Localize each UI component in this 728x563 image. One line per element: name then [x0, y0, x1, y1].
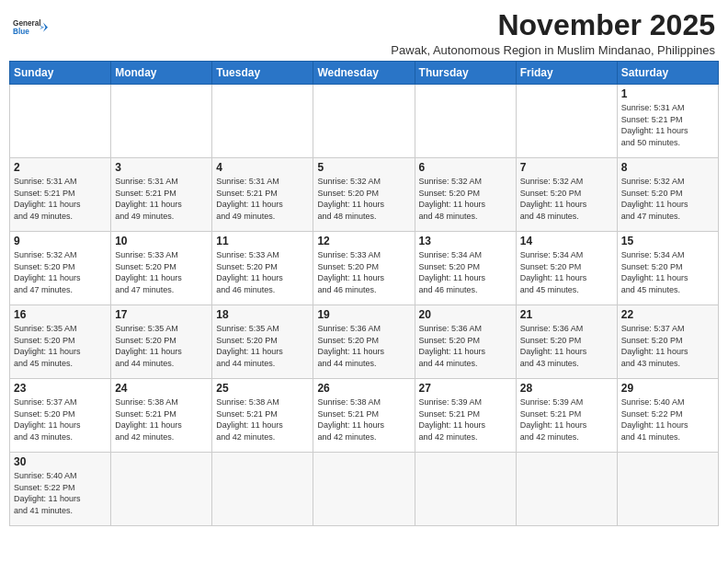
calendar-cell: 23Sunrise: 5:37 AM Sunset: 5:20 PM Dayli…: [10, 379, 111, 453]
calendar-cell: [212, 85, 313, 158]
calendar-cell: 15Sunrise: 5:34 AM Sunset: 5:20 PM Dayli…: [617, 232, 718, 305]
cell-info: Sunrise: 5:37 AM Sunset: 5:20 PM Dayligh…: [621, 323, 714, 369]
day-number: 21: [520, 308, 613, 321]
logo: General Blue: [13, 9, 48, 37]
day-header-monday: Monday: [111, 62, 212, 85]
cell-info: Sunrise: 5:33 AM Sunset: 5:20 PM Dayligh…: [317, 249, 410, 295]
calendar-cell: [313, 453, 415, 526]
day-number: 19: [317, 308, 410, 321]
day-number: 4: [216, 161, 309, 174]
cell-info: Sunrise: 5:36 AM Sunset: 5:20 PM Dayligh…: [419, 323, 512, 369]
calendar-cell: 13Sunrise: 5:34 AM Sunset: 5:20 PM Dayli…: [415, 232, 516, 305]
cell-info: Sunrise: 5:33 AM Sunset: 5:20 PM Dayligh…: [216, 249, 309, 295]
calendar-cell: 16Sunrise: 5:35 AM Sunset: 5:20 PM Dayli…: [10, 305, 111, 379]
calendar-cell: 25Sunrise: 5:38 AM Sunset: 5:21 PM Dayli…: [212, 379, 313, 453]
day-number: 22: [621, 308, 714, 321]
cell-info: Sunrise: 5:31 AM Sunset: 5:21 PM Dayligh…: [216, 176, 309, 222]
cell-info: Sunrise: 5:35 AM Sunset: 5:20 PM Dayligh…: [216, 323, 309, 369]
cell-info: Sunrise: 5:32 AM Sunset: 5:20 PM Dayligh…: [419, 176, 512, 222]
cell-info: Sunrise: 5:32 AM Sunset: 5:20 PM Dayligh…: [520, 176, 613, 222]
cell-info: Sunrise: 5:32 AM Sunset: 5:20 PM Dayligh…: [14, 249, 107, 295]
calendar-cell: 6Sunrise: 5:32 AM Sunset: 5:20 PM Daylig…: [415, 158, 516, 232]
calendar-week-row: 23Sunrise: 5:37 AM Sunset: 5:20 PM Dayli…: [10, 379, 719, 453]
calendar-cell: 7Sunrise: 5:32 AM Sunset: 5:20 PM Daylig…: [516, 158, 617, 232]
day-header-thursday: Thursday: [415, 62, 516, 85]
day-header-wednesday: Wednesday: [313, 62, 415, 85]
day-number: 2: [14, 161, 107, 174]
calendar-cell: 2Sunrise: 5:31 AM Sunset: 5:21 PM Daylig…: [10, 158, 111, 232]
calendar-cell: 26Sunrise: 5:38 AM Sunset: 5:21 PM Dayli…: [313, 379, 415, 453]
cell-info: Sunrise: 5:36 AM Sunset: 5:20 PM Dayligh…: [317, 323, 410, 369]
day-number: 27: [419, 382, 512, 395]
day-number: 6: [419, 161, 512, 174]
day-number: 28: [520, 382, 613, 395]
cell-info: Sunrise: 5:38 AM Sunset: 5:21 PM Dayligh…: [216, 396, 309, 442]
day-number: 14: [520, 235, 613, 247]
calendar-cell: [111, 453, 212, 526]
day-number: 5: [317, 161, 410, 174]
calendar-cell: [313, 85, 415, 158]
day-number: 11: [216, 235, 309, 247]
day-number: 15: [621, 235, 714, 247]
calendar-cell: 30Sunrise: 5:40 AM Sunset: 5:22 PM Dayli…: [10, 453, 111, 526]
cell-info: Sunrise: 5:35 AM Sunset: 5:20 PM Dayligh…: [14, 323, 107, 369]
day-number: 10: [115, 235, 208, 247]
cell-info: Sunrise: 5:32 AM Sunset: 5:20 PM Dayligh…: [317, 176, 410, 222]
cell-info: Sunrise: 5:36 AM Sunset: 5:20 PM Dayligh…: [520, 323, 613, 369]
svg-text:Blue: Blue: [13, 28, 29, 36]
day-number: 30: [14, 455, 107, 468]
day-number: 8: [621, 161, 714, 174]
calendar-cell: [10, 85, 111, 158]
calendar-cell: 3Sunrise: 5:31 AM Sunset: 5:21 PM Daylig…: [111, 158, 212, 232]
calendar-week-row: 30Sunrise: 5:40 AM Sunset: 5:22 PM Dayli…: [10, 453, 719, 526]
calendar-cell: [617, 453, 718, 526]
calendar-cell: 24Sunrise: 5:38 AM Sunset: 5:21 PM Dayli…: [111, 379, 212, 453]
calendar-cell: 19Sunrise: 5:36 AM Sunset: 5:20 PM Dayli…: [313, 305, 415, 379]
cell-info: Sunrise: 5:34 AM Sunset: 5:20 PM Dayligh…: [520, 249, 613, 295]
header: General Blue November 2025 Pawak, Autono…: [9, 9, 719, 57]
day-number: 26: [317, 382, 410, 395]
day-number: 25: [216, 382, 309, 395]
calendar-cell: [212, 453, 313, 526]
generalblue-logo-icon: General Blue: [13, 17, 48, 37]
cell-info: Sunrise: 5:34 AM Sunset: 5:20 PM Dayligh…: [419, 249, 512, 295]
calendar-cell: 27Sunrise: 5:39 AM Sunset: 5:21 PM Dayli…: [415, 379, 516, 453]
cell-info: Sunrise: 5:38 AM Sunset: 5:21 PM Dayligh…: [115, 396, 208, 442]
day-number: 7: [520, 161, 613, 174]
calendar-cell: 5Sunrise: 5:32 AM Sunset: 5:20 PM Daylig…: [313, 158, 415, 232]
day-number: 29: [621, 382, 714, 395]
calendar-cell: 12Sunrise: 5:33 AM Sunset: 5:20 PM Dayli…: [313, 232, 415, 305]
calendar-cell: [111, 85, 212, 158]
calendar-header-row: SundayMondayTuesdayWednesdayThursdayFrid…: [10, 62, 719, 85]
cell-info: Sunrise: 5:32 AM Sunset: 5:20 PM Dayligh…: [621, 176, 714, 222]
cell-info: Sunrise: 5:31 AM Sunset: 5:21 PM Dayligh…: [621, 102, 714, 148]
calendar-cell: 14Sunrise: 5:34 AM Sunset: 5:20 PM Dayli…: [516, 232, 617, 305]
day-number: 3: [115, 161, 208, 174]
calendar-cell: [415, 85, 516, 158]
calendar-cell: 11Sunrise: 5:33 AM Sunset: 5:20 PM Dayli…: [212, 232, 313, 305]
calendar-cell: 4Sunrise: 5:31 AM Sunset: 5:21 PM Daylig…: [212, 158, 313, 232]
day-header-friday: Friday: [516, 62, 617, 85]
calendar-week-row: 1Sunrise: 5:31 AM Sunset: 5:21 PM Daylig…: [10, 85, 719, 158]
cell-info: Sunrise: 5:33 AM Sunset: 5:20 PM Dayligh…: [115, 249, 208, 295]
calendar-cell: [516, 453, 617, 526]
day-number: 17: [115, 308, 208, 321]
calendar-cell: 28Sunrise: 5:39 AM Sunset: 5:21 PM Dayli…: [516, 379, 617, 453]
cell-info: Sunrise: 5:39 AM Sunset: 5:21 PM Dayligh…: [520, 396, 613, 442]
cell-info: Sunrise: 5:34 AM Sunset: 5:20 PM Dayligh…: [621, 249, 714, 295]
svg-text:General: General: [13, 19, 41, 28]
calendar-week-row: 2Sunrise: 5:31 AM Sunset: 5:21 PM Daylig…: [10, 158, 719, 232]
calendar-cell: 10Sunrise: 5:33 AM Sunset: 5:20 PM Dayli…: [111, 232, 212, 305]
day-number: 24: [115, 382, 208, 395]
cell-info: Sunrise: 5:40 AM Sunset: 5:22 PM Dayligh…: [14, 470, 107, 516]
calendar-cell: 21Sunrise: 5:36 AM Sunset: 5:20 PM Dayli…: [516, 305, 617, 379]
day-number: 18: [216, 308, 309, 321]
calendar-cell: 20Sunrise: 5:36 AM Sunset: 5:20 PM Dayli…: [415, 305, 516, 379]
title-area: November 2025 Pawak, Autonomous Region i…: [391, 9, 715, 57]
calendar-table: SundayMondayTuesdayWednesdayThursdayFrid…: [9, 61, 719, 526]
calendar-cell: 17Sunrise: 5:35 AM Sunset: 5:20 PM Dayli…: [111, 305, 212, 379]
day-header-sunday: Sunday: [10, 62, 111, 85]
day-header-tuesday: Tuesday: [212, 62, 313, 85]
day-number: 16: [14, 308, 107, 321]
calendar-week-row: 16Sunrise: 5:35 AM Sunset: 5:20 PM Dayli…: [10, 305, 719, 379]
